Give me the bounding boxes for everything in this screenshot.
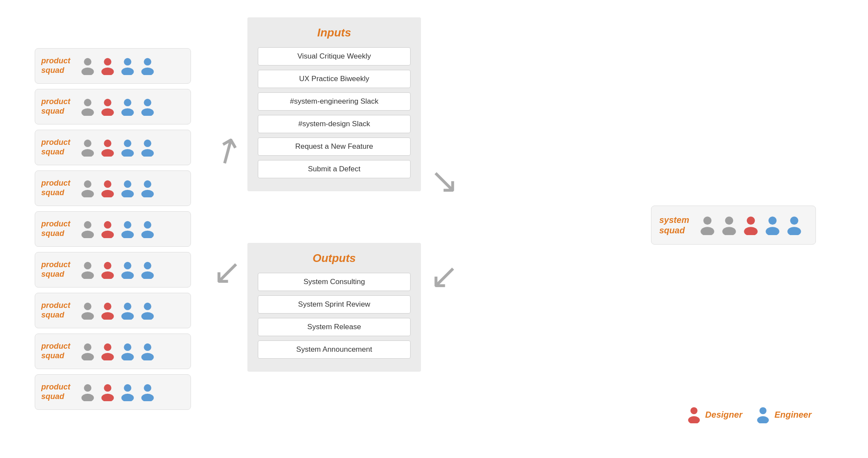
svg-point-11 [102,108,114,116]
svg-point-48 [84,303,91,310]
avatar-blue-8b [138,342,157,360]
svg-point-30 [144,180,151,188]
squad-card-1: productsquad [35,48,191,84]
avatar-red-7 [99,301,117,320]
svg-point-37 [122,231,134,238]
avatar-blue-2a [118,98,137,116]
output-item-3: System Release [258,318,411,336]
input-item-3: #system-engineering Slack [258,92,411,111]
outputs-title: Outputs [258,252,411,265]
main-container: productsquad [0,0,868,458]
svg-point-44 [124,262,131,269]
avatar-red-3 [99,138,117,157]
avatar-blue-5b [138,220,157,238]
svg-point-14 [144,99,151,106]
svg-point-63 [141,353,154,360]
output-item-1: System Consulting [258,273,411,291]
svg-point-46 [144,262,151,269]
squad-card-8: productsquad [35,334,191,369]
svg-point-75 [722,227,736,235]
svg-point-9 [82,108,94,116]
svg-point-41 [82,272,94,279]
outputs-panel: Outputs System Consulting System Sprint … [247,243,421,372]
output-item-4: System Announcement [258,340,411,359]
svg-point-13 [122,108,134,116]
avatar-red-4 [99,179,117,197]
avatar-blue-1b [138,57,157,75]
svg-point-58 [104,344,111,351]
svg-point-26 [104,180,111,188]
squad-card-3: productsquad [35,130,191,165]
squad-label-7: productsquad [41,301,72,320]
svg-point-84 [760,407,766,414]
svg-point-25 [82,190,94,197]
product-squads-column: productsquad [35,48,191,410]
avatar-blue-6b [138,261,157,279]
svg-point-79 [766,227,779,235]
avatar-red-5 [99,220,117,238]
avatar-gray-8 [79,342,97,360]
svg-point-47 [141,272,154,279]
system-squad-label: systemsquad [659,215,690,236]
squad-card-9: productsquad [35,374,191,410]
svg-point-10 [104,99,111,106]
avatar-blue-4b [138,179,157,197]
avatars-5 [79,220,157,238]
svg-point-1 [82,68,94,75]
squad-card-7: productsquad [35,293,191,328]
svg-point-12 [124,99,131,106]
legend-engineer: Engineer [755,406,812,423]
svg-point-45 [122,272,134,279]
svg-point-53 [122,312,134,320]
avatar-gray-1 [79,57,97,75]
input-item-6: Submit a Defect [258,160,411,178]
svg-point-20 [124,140,131,147]
svg-point-15 [141,108,154,116]
avatar-red-1 [99,57,117,75]
input-item-4: #system-design Slack [258,115,411,133]
svg-point-70 [144,384,151,392]
squad-label-4: productsquad [41,179,72,197]
system-avatar-gray2 [719,215,739,235]
engineer-icon [755,406,771,423]
svg-point-68 [124,384,131,392]
svg-point-67 [102,394,114,401]
svg-point-52 [124,303,131,310]
avatar-blue-1a [118,57,137,75]
inputs-panel-container: Inputs Visual Critique Weekly UX Practic… [247,17,421,204]
svg-point-42 [104,262,111,269]
svg-point-7 [141,68,154,75]
legend-designer: Designer [686,406,743,423]
avatar-blue-5a [118,220,137,238]
avatar-red-8 [99,342,117,360]
svg-point-77 [744,227,757,235]
squad-card-5: productsquad [35,211,191,247]
svg-point-71 [141,394,154,401]
system-avatars [697,215,804,235]
squad-card-4: productsquad [35,170,191,206]
svg-point-17 [82,149,94,157]
inputs-panel: Inputs Visual Critique Weekly UX Practic… [247,17,421,191]
svg-point-0 [84,58,91,65]
svg-point-18 [104,140,111,147]
svg-point-78 [769,216,777,225]
svg-point-19 [102,149,114,157]
svg-point-66 [104,384,111,392]
input-item-5: Request a New Feature [258,137,411,156]
svg-point-6 [144,58,151,65]
squad-label-8: productsquad [41,342,72,360]
avatar-blue-7b [138,301,157,320]
svg-point-80 [790,216,799,225]
avatar-red-6 [99,261,117,279]
svg-point-83 [688,416,700,423]
svg-point-43 [102,272,114,279]
system-squad-card: systemsquad [651,206,816,245]
system-avatar-blue1 [763,215,783,235]
svg-point-82 [690,407,697,414]
avatar-red-2 [99,98,117,116]
svg-point-23 [141,149,154,157]
svg-point-32 [84,221,91,229]
avatars-6 [79,261,157,279]
svg-point-8 [84,99,91,106]
svg-point-69 [122,394,134,401]
